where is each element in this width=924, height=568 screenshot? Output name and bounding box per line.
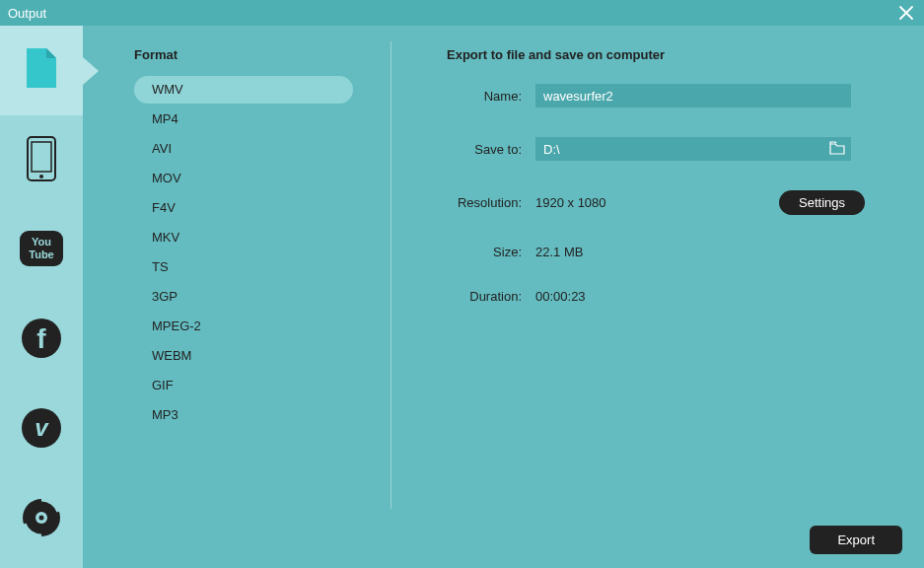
format-item-mpeg-2[interactable]: MPEG-2 — [134, 313, 353, 340]
format-item-webm[interactable]: WEBM — [134, 342, 353, 370]
svg-text:v: v — [35, 414, 49, 441]
sidebar-item-facebook[interactable]: f — [0, 295, 83, 385]
size-value: 22.1 MB — [535, 245, 583, 259]
format-item-gif[interactable]: GIF — [134, 372, 353, 399]
format-heading: Format — [134, 47, 353, 62]
resolution-label: Resolution: — [447, 195, 522, 210]
format-column: Format WMVMP4AVIMOVF4VMKVTS3GPMPEG-2WEBM… — [83, 26, 391, 568]
format-item-mkv[interactable]: MKV — [134, 224, 353, 251]
duration-value: 00:00:23 — [535, 289, 586, 304]
youtube-icon: YouTube — [20, 231, 63, 269]
export-button[interactable]: Export — [810, 526, 902, 554]
sidebar-item-youtube[interactable]: YouTube — [0, 205, 83, 295]
format-item-f4v[interactable]: F4V — [134, 194, 353, 222]
titlebar: Output — [0, 0, 924, 26]
close-icon[interactable] — [896, 3, 916, 23]
facebook-icon: f — [22, 319, 61, 361]
svg-text:f: f — [36, 323, 46, 354]
format-item-avi[interactable]: AVI — [134, 135, 353, 163]
format-list: WMVMP4AVIMOVF4VMKVTS3GPMPEG-2WEBMGIFMP3 — [134, 76, 353, 429]
size-label: Size: — [447, 245, 522, 259]
sidebar-item-dvd[interactable] — [0, 474, 83, 564]
file-icon — [25, 48, 58, 93]
vimeo-icon: v — [22, 408, 61, 451]
format-item-ts[interactable]: TS — [134, 253, 353, 281]
saveto-label: Save to: — [447, 142, 522, 157]
resolution-value: 1920 x 1080 — [535, 195, 606, 210]
saveto-input[interactable] — [535, 137, 851, 161]
settings-button[interactable]: Settings — [779, 190, 865, 215]
export-target-sidebar: YouTube f v — [0, 26, 83, 568]
name-label: Name: — [447, 89, 522, 104]
svg-point-12 — [39, 516, 44, 521]
window-title: Output — [8, 6, 46, 21]
svg-text:Tube: Tube — [29, 248, 53, 260]
sidebar-item-file[interactable] — [0, 26, 83, 115]
svg-text:You: You — [32, 236, 51, 248]
device-icon — [27, 136, 56, 184]
format-item-mp4[interactable]: MP4 — [134, 106, 353, 133]
format-item-wmv[interactable]: WMV — [134, 76, 353, 104]
svg-rect-1 — [32, 142, 51, 172]
format-item-3gp[interactable]: 3GP — [134, 283, 353, 311]
sidebar-item-device[interactable] — [0, 115, 83, 205]
details-heading: Export to file and save on computer — [447, 47, 865, 62]
folder-icon[interactable] — [829, 141, 845, 158]
svg-point-2 — [39, 175, 43, 178]
format-item-mp3[interactable]: MP3 — [134, 401, 353, 429]
disc-icon — [22, 498, 61, 540]
name-input[interactable] — [535, 84, 851, 107]
duration-label: Duration: — [447, 289, 522, 304]
format-item-mov[interactable]: MOV — [134, 165, 353, 192]
sidebar-item-vimeo[interactable]: v — [0, 385, 83, 474]
export-details: Export to file and save on computer Name… — [391, 26, 924, 568]
